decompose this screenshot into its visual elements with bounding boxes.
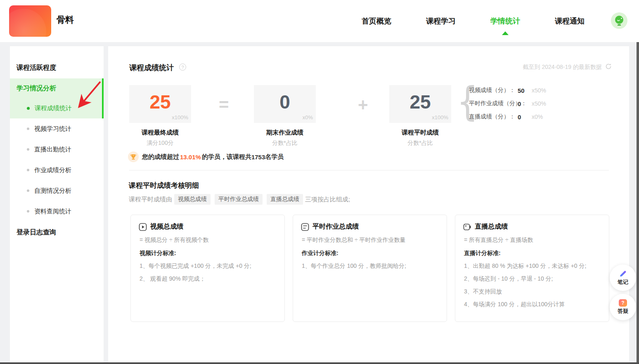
rank-summary: 您的成绩超过 13.01% 的学员，该课程共 1753 名学员 [128, 151, 284, 163]
card-rule: 2、每场迟到 - 10 分，早退 - 10 分; [464, 275, 553, 283]
equals-operator: = [219, 95, 229, 115]
card-title: 视频总成绩 [150, 222, 183, 231]
card-standard-title: 视频计分标准: [140, 250, 176, 257]
rank-middle: 的学员，该课程共 [202, 153, 251, 161]
sidebar-item-material-view-stats[interactable]: 资料查阅统计 [10, 201, 104, 222]
breakdown-value: 0 [518, 113, 521, 121]
breakdown-value: 50 [518, 87, 525, 94]
horizontal-scrollbar[interactable] [0, 362, 639, 364]
exam-score-label: 期末作业成绩 [254, 129, 316, 137]
final-score-multiplier: x100% [172, 114, 188, 121]
breakdown-weight: x50% [532, 87, 546, 94]
homework-score-card: 平时作业总成绩 = 平时作业分数总和 ÷ 平时作业作业数量 作业计分标准: 1、… [293, 215, 447, 322]
breakdown-row-live: 直播成绩（分）： 0 x0% [469, 113, 518, 121]
compose-suffix: 三项按占比组成; [305, 196, 350, 203]
nav-course-notice[interactable]: 课程通知 [555, 16, 585, 26]
help-icon[interactable]: ? [179, 64, 186, 71]
qa-button[interactable]: ? 答疑 [610, 294, 636, 320]
breakdown-row-homework: 平时作业成绩（分）： 0 x50% [469, 99, 518, 108]
nav-home[interactable]: 首页概览 [362, 16, 391, 26]
nav-course-learning[interactable]: 课程学习 [426, 16, 456, 26]
final-score-sub: 满分100分 [129, 139, 191, 147]
card-formula: = 平时作业分数总和 ÷ 平时作业作业数量 [302, 236, 406, 244]
final-score-label: 课程最终成绩 [129, 129, 191, 137]
final-score-box: 25 x100% [129, 85, 191, 123]
exam-score-box: 0 x0% [254, 85, 316, 123]
usual-score-multiplier: x100% [432, 114, 448, 121]
sidebar-section-login-log[interactable]: 登录日志查询 [10, 222, 104, 243]
sidebar-item-live-attendance-stats[interactable]: 直播出勤统计 [10, 139, 104, 160]
bullet-icon [27, 189, 29, 192]
breakdown-value: 0 [518, 100, 521, 107]
sidebar-item-selftest-analysis[interactable]: 自测情况分析 [10, 180, 104, 201]
bullet-icon [27, 128, 29, 130]
refresh-icon[interactable] [605, 63, 612, 70]
rank-count: 1753 [251, 154, 265, 161]
active-tab-triangle-icon [502, 31, 509, 35]
app-title: 骨料 [57, 14, 74, 26]
compose-line: 课程平时成绩由 视频总成绩 平时作业总成绩 直播总成绩 三项按占比组成; [129, 194, 350, 205]
sidebar-item-course-score-stats[interactable]: 课程成绩统计 [10, 98, 104, 118]
notes-button-label: 笔记 [618, 279, 628, 286]
card-rule: 4、每场满分 100 分，超出以100分计算 [464, 301, 565, 308]
rank-suffix: 名学员 [265, 153, 284, 161]
card-rule: 2、 观看超 90% 即完成； [140, 275, 205, 283]
bullet-icon [27, 169, 29, 171]
card-standard-title: 作业计分标准: [302, 250, 338, 257]
tag-live-total: 直播总成绩 [267, 194, 303, 205]
sidebar-item-label: 直播出勤统计 [34, 146, 71, 154]
breakdown-row-video: 视频成绩（分）： 50 x50% [469, 86, 518, 95]
usual-score-box: 25 x100% [389, 85, 451, 123]
question-bubble-icon: ? [619, 299, 627, 307]
final-score-value: 25 [129, 91, 191, 113]
sidebar-item-label: 作业成绩分析 [34, 166, 71, 174]
avatar-balloon-icon [613, 14, 625, 27]
breakdown-label: 平时作业成绩（分）： [469, 100, 518, 107]
video-play-icon [139, 223, 147, 231]
exam-score-value: 0 [254, 91, 316, 113]
pencil-icon [619, 269, 627, 278]
card-rule: 3、不支持回放 [464, 288, 502, 295]
sidebar-item-label: 自测情况分析 [34, 187, 71, 195]
screen: 骨料 首页概览 课程学习 学情统计 课程通知 课程活跃程度 学习情况分析 课 [0, 0, 639, 364]
sidebar-item-video-learning-stats[interactable]: 视频学习统计 [10, 118, 104, 139]
sidebar-item-label: 视频学习统计 [34, 125, 71, 133]
usual-score-label: 课程平时成绩 [389, 129, 451, 137]
exam-score-multiplier: x0% [303, 114, 313, 121]
breakdown-label: 直播成绩（分）： [469, 113, 518, 121]
trophy-icon [128, 151, 139, 162]
detail-section-title: 课程平时成绩考核明细 [129, 181, 199, 190]
sidebar-section-activity[interactable]: 课程活跃程度 [10, 57, 104, 78]
tag-video-total: 视频总成绩 [174, 194, 211, 205]
plus-operator: + [358, 95, 368, 115]
main-panel: 课程成绩统计 ? 截至到 2024-08-19 的最新数据 25 x100% 课… [108, 46, 629, 364]
qa-button-label: 答疑 [618, 307, 628, 315]
nav-learning-statistics[interactable]: 学情统计 [490, 16, 520, 26]
card-formula: = 视频总分 ÷ 所有视频个数 [140, 236, 209, 244]
sidebar-item-label: 资料查阅统计 [34, 208, 71, 215]
top-header: 骨料 首页概览 课程学习 学情统计 课程通知 [0, 0, 639, 42]
sidebar-section-analysis[interactable]: 学习情况分析 [10, 78, 104, 99]
notes-button[interactable]: 笔记 [610, 265, 636, 291]
user-avatar[interactable] [611, 12, 627, 29]
vertical-scrollbar[interactable] [637, 42, 639, 364]
breakdown-weight: x50% [532, 100, 546, 107]
card-rule: 1、每个作业总分 100 分，教师批阅给分; [302, 262, 406, 270]
exam-score-sub: 分数*占比 [254, 139, 316, 147]
bullet-icon [27, 148, 29, 151]
top-nav: 首页概览 课程学习 学情统计 课程通知 [362, 0, 585, 42]
sidebar-item-label: 课程成绩统计 [35, 104, 72, 112]
live-camera-icon [463, 223, 471, 231]
data-cutoff-note: 截至到 2024-08-19 的最新数据 [523, 64, 602, 71]
usual-score-value: 25 [389, 91, 451, 113]
video-score-card: 视频总成绩 = 视频总分 ÷ 所有视频个数 视频计分标准: 1、每个视频已完成 … [130, 215, 285, 322]
bullet-icon [27, 210, 29, 213]
app-logo [9, 5, 51, 37]
section-divider [129, 170, 609, 170]
rank-percent: 13.01% [180, 154, 201, 161]
page-title: 课程成绩统计 [129, 63, 174, 73]
compose-prefix: 课程平时成绩由 [129, 196, 172, 203]
usual-score-sub: 分数*占比 [389, 139, 451, 147]
sidebar-item-homework-score-analysis[interactable]: 作业成绩分析 [10, 160, 104, 180]
card-title: 平时作业总成绩 [312, 222, 359, 231]
